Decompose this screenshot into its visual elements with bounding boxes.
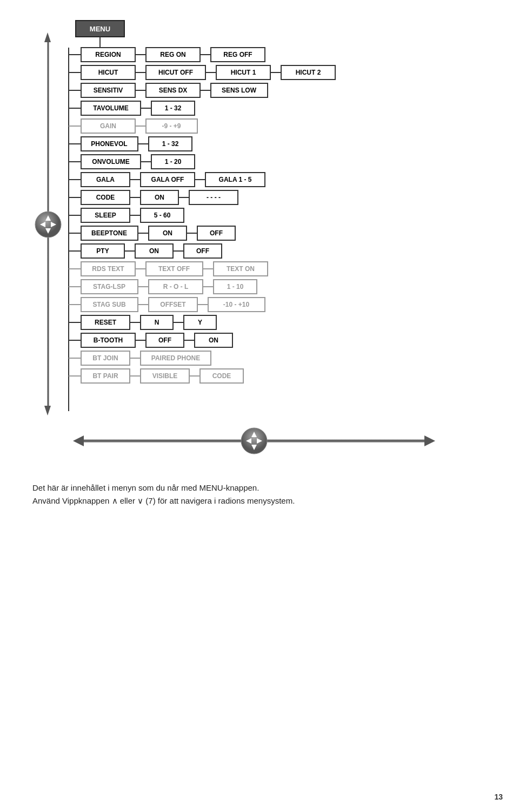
svg-text:ON: ON <box>163 229 172 237</box>
svg-text:GAIN: GAIN <box>100 122 116 130</box>
svg-text:OFFSET: OFFSET <box>160 301 186 308</box>
menu-button-label: MENU <box>90 25 110 33</box>
svg-text:- - - -: - - - - <box>207 194 221 201</box>
page-number: 13 <box>494 793 503 801</box>
h-arrow-left <box>73 435 84 446</box>
svg-text:PHONEVOL: PHONEVOL <box>91 140 127 148</box>
svg-text:CODE: CODE <box>212 372 231 380</box>
svg-text:HICUT: HICUT <box>98 69 118 76</box>
svg-text:RDS TEXT: RDS TEXT <box>92 265 124 273</box>
description-line2: Använd Vippknappen ∧ eller ∨ (7) för att… <box>32 494 487 507</box>
down-arrow-head <box>44 406 51 415</box>
h-arrow-right <box>424 435 435 446</box>
svg-text:ON: ON <box>209 336 218 344</box>
svg-text:ON: ON <box>155 194 164 201</box>
svg-text:R - O - L: R - O - L <box>163 283 189 291</box>
svg-text:HICUT 2: HICUT 2 <box>296 69 321 76</box>
svg-text:1 - 10: 1 - 10 <box>227 283 244 291</box>
svg-text:ONVOLUME: ONVOLUME <box>92 158 129 166</box>
svg-text:ON: ON <box>149 247 159 255</box>
svg-text:STAG SUB: STAG SUB <box>92 301 125 308</box>
svg-text:RESET: RESET <box>95 319 117 326</box>
svg-text:BEEPTONE: BEEPTONE <box>91 229 127 237</box>
svg-text:OFF: OFF <box>196 247 209 255</box>
description-line1: Det här är innehållet i menyn som du når… <box>32 481 487 494</box>
svg-text:SLEEP: SLEEP <box>95 212 116 219</box>
svg-text:REGION: REGION <box>95 51 121 58</box>
svg-text:TEXT ON: TEXT ON <box>227 265 255 273</box>
svg-text:BT PAIR: BT PAIR <box>92 372 118 380</box>
svg-text:PAIRED PHONE: PAIRED PHONE <box>151 354 200 362</box>
svg-text:BT JOIN: BT JOIN <box>92 354 118 362</box>
svg-text:REG ON: REG ON <box>160 51 185 58</box>
svg-text:1 - 20: 1 - 20 <box>165 158 182 166</box>
svg-text:SENS LOW: SENS LOW <box>222 87 257 94</box>
svg-text:5 - 60: 5 - 60 <box>154 212 171 219</box>
page-container: MENU REGION REG ON REG OFF HICUT HICUT O… <box>0 0 519 812</box>
svg-text:-10 - +10: -10 - +10 <box>223 301 250 308</box>
svg-text:GALA: GALA <box>96 176 115 183</box>
svg-text:REG OFF: REG OFF <box>223 51 252 58</box>
description-block: Det här är innehållet i menyn som du når… <box>32 481 487 507</box>
svg-text:STAG-LSP: STAG-LSP <box>93 283 125 291</box>
svg-text:PTY: PTY <box>96 247 109 255</box>
svg-text:N: N <box>155 319 159 326</box>
svg-text:CODE: CODE <box>96 194 115 201</box>
svg-text:VISIBLE: VISIBLE <box>152 372 178 380</box>
svg-text:OFF: OFF <box>158 336 171 344</box>
svg-text:TEXT OFF: TEXT OFF <box>158 265 190 273</box>
svg-text:SENSITIV: SENSITIV <box>94 87 123 94</box>
svg-text:HICUT 1: HICUT 1 <box>231 69 256 76</box>
svg-text:1 - 32: 1 - 32 <box>162 140 179 148</box>
svg-text:TAVOLUME: TAVOLUME <box>93 104 129 112</box>
svg-text:GALA 1 - 5: GALA 1 - 5 <box>219 176 252 183</box>
svg-text:1 - 32: 1 - 32 <box>165 104 182 112</box>
svg-text:SENS DX: SENS DX <box>159 87 188 94</box>
up-arrow-head <box>44 32 51 42</box>
svg-text:GALA OFF: GALA OFF <box>151 176 184 183</box>
svg-text:B-TOOTH: B-TOOTH <box>94 336 123 344</box>
svg-text:HICUT OFF: HICUT OFF <box>158 69 193 76</box>
svg-text:-9 - +9: -9 - +9 <box>162 122 181 130</box>
svg-text:Y: Y <box>198 319 202 326</box>
menu-diagram: MENU REGION REG ON REG OFF HICUT HICUT O… <box>27 16 492 471</box>
svg-text:OFF: OFF <box>210 229 223 237</box>
